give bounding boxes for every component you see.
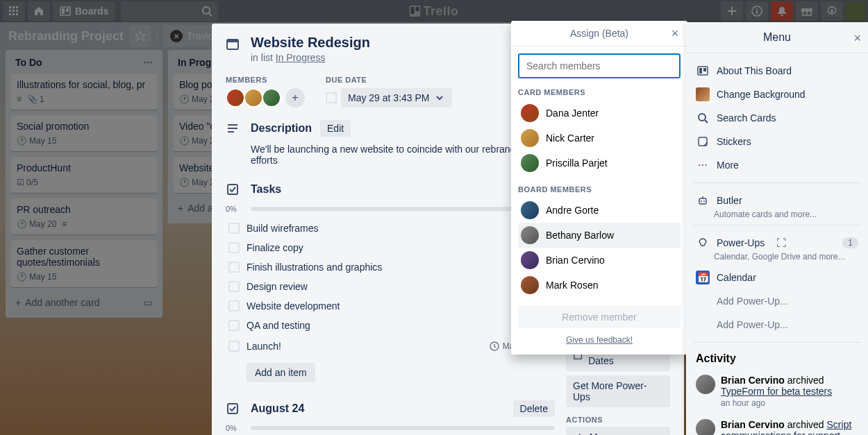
- checklist-checkbox[interactable]: [228, 320, 240, 331]
- member-avatar[interactable]: [244, 88, 263, 108]
- member-avatar[interactable]: [226, 88, 245, 108]
- checklist-item[interactable]: QA and testing May 25: [226, 316, 555, 335]
- svg-point-43: [699, 114, 706, 121]
- checklist-checkbox[interactable]: [228, 341, 240, 352]
- description-text[interactable]: We'll be launching a new website to coin…: [251, 144, 555, 166]
- expand-icon: ⛶: [774, 236, 788, 250]
- duedate-checkbox[interactable]: [326, 92, 337, 103]
- checklist-item[interactable]: Launch! May 29: [226, 335, 555, 357]
- checklist-icon: [226, 402, 242, 418]
- list-link[interactable]: In Progress: [276, 52, 326, 63]
- member-avatar[interactable]: [262, 88, 281, 108]
- more-icon: ⋯: [696, 158, 710, 172]
- card-icon: [226, 37, 242, 54]
- checklist-icon: [226, 182, 242, 199]
- activity-title: Activity: [693, 348, 861, 369]
- bg-thumb-icon: [696, 87, 710, 101]
- checklist-title: Tasks: [251, 183, 505, 196]
- members-label: MEMBERS: [226, 76, 305, 84]
- duedate-button[interactable]: May 29 at 3:43 PM: [341, 88, 452, 108]
- add-member-button[interactable]: +: [285, 88, 305, 108]
- menu-title: Menu: [763, 31, 791, 43]
- activity-avatar[interactable]: [696, 419, 715, 435]
- search-cards-item[interactable]: Search Cards: [693, 106, 861, 130]
- get-powerups-button[interactable]: Get More Power-Ups: [566, 375, 670, 407]
- checklist-checkbox[interactable]: [228, 223, 240, 234]
- member-row[interactable]: Priscilla Parjet: [518, 151, 681, 176]
- checklist-item[interactable]: Website development May 21: [226, 296, 555, 316]
- board-icon: [696, 64, 710, 78]
- search-icon: [696, 111, 710, 125]
- checklist-item[interactable]: Build wireframes May 6: [226, 219, 555, 238]
- arrow-right-icon: [573, 432, 584, 435]
- popover-title: Assign (Beta): [570, 28, 628, 39]
- checklist-item[interactable]: Finalize copy May 11: [226, 238, 555, 257]
- progress-pct: 0%: [226, 205, 245, 213]
- board-members-label: BOARD MEMBERS: [518, 185, 681, 194]
- remove-member-button[interactable]: Remove member: [518, 306, 681, 328]
- description-icon: [226, 121, 242, 138]
- calendar-icon: 📅: [696, 271, 710, 284]
- add-checklist-item-button[interactable]: Add an item: [247, 363, 315, 382]
- move-button[interactable]: Move: [566, 427, 670, 435]
- add-powerup-item[interactable]: Add Power-Up...: [693, 313, 861, 336]
- progress-bar: [251, 207, 555, 211]
- checklist-checkbox[interactable]: [228, 300, 240, 312]
- member-row[interactable]: Dana Jenter: [518, 101, 681, 126]
- chevron-down-icon: [434, 92, 445, 103]
- svg-rect-46: [699, 198, 706, 204]
- card-list-info: in list In Progress: [251, 52, 370, 63]
- svg-rect-37: [228, 404, 237, 413]
- activity-item: Brian Cervino archived Script communicat…: [693, 413, 861, 435]
- duedate-label: DUE DATE: [326, 76, 452, 84]
- checklist-checkbox[interactable]: [228, 281, 240, 292]
- change-bg-item[interactable]: Change Background: [693, 83, 861, 106]
- stickers-item[interactable]: Stickers: [693, 130, 861, 153]
- svg-point-47: [701, 201, 702, 202]
- powerups-subtitle: Calendar, Google Drive and more...: [714, 252, 861, 262]
- search-members-input[interactable]: [518, 53, 681, 78]
- checklist-checkbox[interactable]: [228, 242, 240, 253]
- delete-checklist-button[interactable]: Delete: [513, 400, 555, 417]
- butler-icon: [696, 194, 710, 207]
- svg-rect-41: [699, 68, 702, 74]
- rocket-icon: [696, 236, 710, 250]
- member-row[interactable]: Brian Cervino: [518, 248, 681, 273]
- description-title: Description: [251, 122, 312, 135]
- assign-popover: Assign (Beta) × CARD MEMBERS Dana Jenter…: [511, 21, 687, 355]
- butler-item[interactable]: Butler: [693, 189, 861, 212]
- more-item[interactable]: ⋯More: [693, 153, 861, 177]
- member-row[interactable]: Andre Gorte: [518, 198, 681, 223]
- svg-rect-42: [703, 68, 706, 71]
- svg-rect-29: [228, 185, 237, 194]
- checklist-item[interactable]: Design review May 19: [226, 277, 555, 296]
- activity-link[interactable]: TypeForm for beta testers: [721, 386, 832, 397]
- calendar-item[interactable]: 📅Calendar: [693, 266, 861, 289]
- card-title[interactable]: Website Redesign: [251, 35, 370, 51]
- card-members-label: CARD MEMBERS: [518, 88, 681, 96]
- checklist-item[interactable]: Finish illustrations and graphics May 15: [226, 257, 555, 277]
- close-menu-button[interactable]: ×: [853, 31, 861, 46]
- powerups-count: 1: [842, 237, 858, 248]
- sticker-icon: [696, 135, 710, 148]
- activity-avatar[interactable]: [696, 375, 715, 394]
- add-powerup-item[interactable]: Add Power-Up...: [693, 289, 861, 313]
- checklist-checkbox[interactable]: [228, 262, 240, 273]
- member-row[interactable]: Mark Rosen: [518, 273, 681, 298]
- actions-label: ACTIONS: [566, 416, 670, 424]
- member-row[interactable]: Bethany Barlow: [518, 223, 681, 248]
- edit-description-button[interactable]: Edit: [320, 120, 351, 137]
- feedback-link[interactable]: Give us feedback!: [518, 335, 681, 345]
- close-button[interactable]: ×: [668, 26, 682, 40]
- member-row[interactable]: Nick Carter: [518, 126, 681, 151]
- svg-point-48: [703, 201, 705, 202]
- butler-subtitle: Automate cards and more...: [714, 210, 861, 219]
- about-board-item[interactable]: About This Board: [693, 59, 861, 83]
- svg-rect-25: [227, 40, 238, 42]
- checklist-title: August 24: [251, 402, 505, 415]
- svg-line-44: [705, 120, 708, 123]
- powerups-item[interactable]: Power-Ups⛶1: [693, 231, 861, 255]
- activity-item: Brian Cervino archived TypeForm for beta…: [693, 369, 861, 413]
- board-menu: Menu × About This Board Change Backgroun…: [686, 22, 868, 435]
